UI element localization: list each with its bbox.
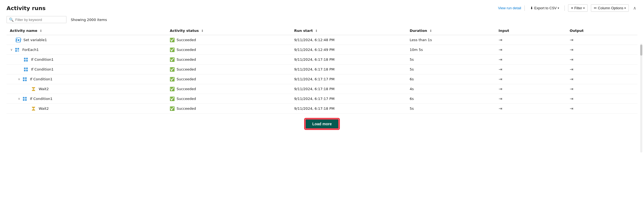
activity-name-text: Set variable1 [23,38,47,42]
export-to-csv-button[interactable]: ⬇ Export to CSV ▾ [528,5,561,11]
input-button[interactable]: ⇥ [499,96,502,101]
output-button[interactable]: ⇥ [570,57,573,62]
duration-cell: 6s [407,74,495,84]
output-button[interactable]: ⇥ [570,96,573,101]
svg-rect-13 [25,77,27,79]
output-cell: ⇥ [566,74,637,84]
sort-icon-name[interactable]: ↕ [40,29,42,33]
divider2 [564,5,565,11]
svg-rect-6 [24,60,26,62]
status-inner: ✅ Succeeded [170,87,288,92]
input-button[interactable]: ⇥ [499,106,502,111]
activity-name-cell: ∨ If Condition1 [7,94,166,104]
view-run-detail-button[interactable]: View run detail [498,6,521,10]
input-cell: ⇥ [495,55,566,65]
toolbar-row: 🔍 Showing 2000 items [7,16,637,23]
success-icon: ✅ [170,57,175,62]
input-cell: ⇥ [495,35,566,45]
page-title: Activity runs [7,5,45,11]
activity-name-inner: Wait2 [10,106,163,111]
search-input[interactable] [15,18,64,22]
sort-icon-run-start[interactable]: ↕ [315,29,318,33]
ifcond-icon [23,57,28,62]
export-dropdown-icon: ▾ [558,7,559,10]
input-button[interactable]: ⇥ [499,77,502,82]
svg-rect-4 [24,58,26,59]
output-button[interactable]: ⇥ [570,37,573,42]
duration-cell: 5s [407,55,495,65]
collapse-button[interactable]: ∧ [632,4,637,12]
activity-status-cell: ✅ Succeeded [166,74,291,84]
expand-collapse-button[interactable]: ∨ [17,97,21,100]
status-text: Succeeded [176,87,196,91]
duration-cell: 4s [407,84,495,94]
activity-status-cell: ✅ Succeeded [166,84,291,94]
success-icon: ✅ [170,96,175,101]
duration-cell: 10m 5s [407,45,495,55]
svg-rect-9 [26,68,28,69]
scrollbar-track[interactable] [640,44,642,153]
header-row: Activity runs View run detail ⬇ Export t… [7,4,637,12]
col-header-activity-status: Activity status ↕ [166,26,291,35]
svg-rect-11 [26,70,28,71]
input-button[interactable]: ⇥ [499,37,502,42]
input-button[interactable]: ⇥ [499,57,502,62]
activity-name-cell: ∨ If Condition1 [7,74,166,84]
header-actions: View run detail ⬇ Export to CSV ▾ ≡ Filt… [498,4,637,12]
table-row: If Condition1 ✅ Succeeded 9/11/2024, 6:1… [7,55,637,65]
load-more-button[interactable]: Load more [305,119,339,129]
activity-name-cell: (x)Set variable1 [7,35,166,45]
input-cell: ⇥ [495,84,566,94]
run-start-cell: 9/11/2024, 6:17:18 PM [291,55,406,65]
output-button[interactable]: ⇥ [570,77,573,82]
activity-name-text: Wait2 [39,87,49,91]
expand-collapse-button[interactable]: ∨ [10,48,13,51]
status-text: Succeeded [176,97,196,101]
ifcond-icon [22,77,27,82]
activity-name-inner: ∨ If Condition1 [10,77,163,82]
output-button[interactable]: ⇥ [570,106,573,111]
run-start-cell: 9/11/2024, 6:12:49 PM [291,45,406,55]
activity-name-inner: (x)Set variable1 [10,38,163,42]
expand-collapse-button[interactable]: ∨ [17,77,21,81]
column-options-button[interactable]: ✏ Column Options ▾ [591,4,629,12]
input-button[interactable]: ⇥ [499,86,502,92]
output-cell: ⇥ [566,84,637,94]
output-button[interactable]: ⇥ [570,86,573,92]
output-cell: ⇥ [566,35,637,45]
col-header-input: Input [495,26,566,35]
filter-label: Filter [574,6,582,10]
col-header-run-start: Run start ↕ [291,26,406,35]
sort-icon-duration[interactable]: ↕ [429,29,432,33]
run-start-cell: 9/11/2024, 6:17:18 PM [291,84,406,94]
status-text: Succeeded [176,38,196,42]
svg-rect-10 [24,70,26,71]
col-header-duration: Duration ↕ [407,26,495,35]
sort-icon-status[interactable]: ↕ [201,29,203,33]
input-button[interactable]: ⇥ [499,47,502,52]
export-icon: ⬇ [530,6,533,10]
svg-rect-3 [17,50,19,52]
scrollbar-thumb[interactable] [640,45,642,56]
activity-status-cell: ✅ Succeeded [166,35,291,45]
activity-name-cell: Wait2 [7,84,166,94]
input-cell: ⇥ [495,65,566,74]
svg-rect-19 [23,99,25,101]
search-box[interactable]: 🔍 [7,16,66,23]
activity-name-cell: If Condition1 [7,55,166,65]
status-inner: ✅ Succeeded [170,47,288,52]
svg-rect-8 [24,68,26,69]
filter-icon: ≡ [571,6,573,10]
activity-status-cell: ✅ Succeeded [166,94,291,104]
duration-cell: 5s [407,65,495,74]
table-row: (x)Set variable1 ✅ Succeeded 9/11/2024, … [7,35,637,45]
table-row: ∨ ForEach1 ✅ Succeeded 9/11/2024, 6:12:4… [7,45,637,55]
output-button[interactable]: ⇥ [570,47,573,52]
filter-button[interactable]: ≡ Filter ▾ [568,4,587,12]
filter-dropdown-icon: ▾ [583,7,585,10]
col-options-dropdown-icon: ▾ [624,7,626,10]
activity-runs-table: Activity name ↕ Activity status ↕ Run st… [7,26,637,114]
input-button[interactable]: ⇥ [499,67,502,72]
activity-name-cell: ∨ ForEach1 [7,45,166,55]
output-button[interactable]: ⇥ [570,67,573,72]
